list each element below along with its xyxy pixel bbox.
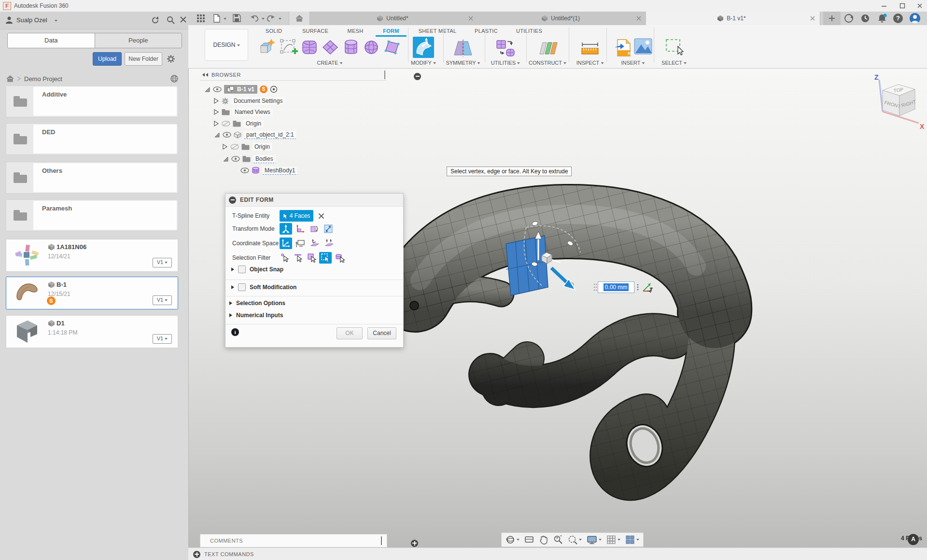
zoom-icon[interactable] xyxy=(553,535,563,545)
design-item-card[interactable]: D1 1:14:18 PM V1 xyxy=(6,315,178,348)
create-form-icon[interactable] xyxy=(258,38,276,57)
file-menu-icon[interactable] xyxy=(213,14,220,23)
grid-snap-tool[interactable] xyxy=(606,535,620,545)
activate-radio-icon[interactable] xyxy=(270,85,278,93)
convert-utility-icon[interactable] xyxy=(495,38,516,59)
design-item-card-selected[interactable]: B-1 12/15/21 S V1 xyxy=(6,277,178,309)
eye-icon[interactable] xyxy=(213,86,222,92)
expander-closed-icon[interactable] xyxy=(222,143,228,150)
construct-plane-icon[interactable] xyxy=(537,38,558,59)
expand-text-commands-icon[interactable] xyxy=(193,551,200,558)
expand-triangle-icon[interactable] xyxy=(229,301,232,305)
ribbon-tab-utilities[interactable]: UTILITIES xyxy=(516,28,542,34)
coordspace-view-button[interactable] xyxy=(294,238,307,249)
collapse-browser-icon[interactable] xyxy=(202,72,209,77)
mirror-symmetry-icon[interactable] xyxy=(452,38,474,59)
filter-edge-button[interactable] xyxy=(292,252,305,264)
orbit-tool[interactable] xyxy=(506,535,520,545)
browser-row[interactable]: Origin xyxy=(222,141,272,152)
ok-button[interactable]: OK xyxy=(337,327,363,339)
coordspace-selection-button[interactable] xyxy=(323,238,336,249)
filter-vertex-button[interactable] xyxy=(279,252,291,264)
filter-all-button[interactable] xyxy=(319,252,332,264)
expander-closed-icon[interactable] xyxy=(213,109,219,115)
clear-selection-icon[interactable] xyxy=(318,213,324,219)
close-window-button[interactable] xyxy=(916,2,923,9)
eye-off-icon[interactable] xyxy=(222,121,230,126)
info-icon[interactable]: i xyxy=(231,328,239,336)
job-status-clock-icon[interactable] xyxy=(860,14,870,23)
dimension-input[interactable]: 0.00 mm xyxy=(598,281,634,293)
group-insert[interactable]: INSERT xyxy=(621,60,645,66)
folder-card[interactable]: Additive xyxy=(6,85,178,117)
browser-row[interactable]: part_object_id_2:1 xyxy=(213,129,296,140)
show-data-panel-icon[interactable] xyxy=(197,14,206,22)
expander-open-icon[interactable] xyxy=(213,131,220,138)
viewcube[interactable]: Z X TOP FRONT RIGHT xyxy=(867,71,927,131)
add-comment-icon[interactable] xyxy=(411,540,418,547)
undo-caret-icon[interactable] xyxy=(262,18,265,20)
breadcrumb-project[interactable]: Demo Project xyxy=(24,75,62,83)
eye-icon[interactable] xyxy=(231,156,240,162)
group-inspect[interactable]: INSPECT xyxy=(576,60,604,66)
zoom-window-tool[interactable] xyxy=(568,535,582,545)
account-menu[interactable]: Sualp Ozel xyxy=(16,16,47,24)
ribbon-tab-mesh[interactable]: MESH xyxy=(348,28,364,34)
redo-caret-icon[interactable] xyxy=(279,18,281,20)
expand-triangle-icon[interactable] xyxy=(231,285,234,289)
browser-header[interactable]: BROWSER xyxy=(200,70,386,81)
globe-icon[interactable] xyxy=(170,74,179,83)
more-options-dots-icon[interactable] xyxy=(634,282,641,292)
design-item-card[interactable]: 1A181N06 12/14/21 V1 xyxy=(6,239,178,272)
data-settings-gear-icon[interactable] xyxy=(166,54,176,64)
selection-options-row[interactable]: Selection Options xyxy=(229,300,285,307)
expand-triangle-icon[interactable] xyxy=(229,313,232,317)
version-dropdown[interactable]: V1 xyxy=(153,295,172,305)
expand-triangle-icon[interactable] xyxy=(231,267,234,271)
root-node-selected[interactable]: B-1 v1 xyxy=(224,85,257,94)
object-snap-row[interactable]: Object Snap xyxy=(231,266,283,273)
group-create[interactable]: CREATE xyxy=(317,60,343,66)
comments-bar[interactable]: COMMENTS xyxy=(200,534,387,547)
folder-card[interactable]: Paramesh xyxy=(6,199,178,231)
measure-inspect-icon[interactable] xyxy=(579,38,601,59)
expander-closed-icon[interactable] xyxy=(213,120,219,127)
home-icon[interactable] xyxy=(6,75,14,83)
close-tab-icon[interactable] xyxy=(636,16,641,21)
viewports-tool[interactable] xyxy=(625,535,639,545)
create-sketch-icon[interactable] xyxy=(280,38,298,57)
cancel-button[interactable]: Cancel xyxy=(367,327,396,339)
browser-row[interactable]: Bodies xyxy=(222,154,276,164)
maximize-button[interactable] xyxy=(899,2,906,9)
manipulator-axis-icon[interactable] xyxy=(641,281,654,293)
coordspace-world-button[interactable] xyxy=(280,238,292,249)
browser-row-root[interactable]: B-1 v1 S xyxy=(204,84,278,95)
dialog-header[interactable]: EDIT FORM xyxy=(225,194,403,207)
ribbon-tab-form[interactable]: FORM xyxy=(383,28,399,34)
tab-people[interactable]: People xyxy=(95,33,182,48)
refresh-icon[interactable] xyxy=(151,15,160,25)
undo-icon[interactable] xyxy=(250,14,259,22)
form-face-icon[interactable] xyxy=(383,38,401,57)
document-tab[interactable]: Untitled*(1) xyxy=(478,12,646,25)
coordspace-local-button[interactable] xyxy=(309,238,321,249)
autodesk-badge[interactable]: A xyxy=(908,534,919,545)
text-commands-bar[interactable]: TEXT COMMANDS xyxy=(188,547,927,560)
avatar[interactable] xyxy=(910,13,920,24)
form-box-icon[interactable] xyxy=(300,38,319,57)
expander-open-icon[interactable] xyxy=(204,86,211,93)
transform-rotate-button[interactable] xyxy=(308,223,320,235)
document-tab[interactable]: Untitled* xyxy=(310,12,478,25)
close-panel-icon[interactable] xyxy=(180,16,187,24)
ribbon-tab-surface[interactable]: SURFACE xyxy=(302,28,328,34)
dialog-options-icon[interactable] xyxy=(229,196,236,204)
selected-faces[interactable] xyxy=(506,236,548,295)
soft-modification-checkbox[interactable] xyxy=(238,283,246,291)
group-modify[interactable]: MODIFY xyxy=(411,60,436,66)
edit-form-active-tool[interactable] xyxy=(413,37,434,58)
filter-face-button[interactable] xyxy=(306,252,318,264)
version-dropdown[interactable]: V1 xyxy=(153,258,172,267)
notifications-bell-icon[interactable] xyxy=(877,13,887,24)
close-tab-icon[interactable] xyxy=(810,16,815,21)
expander-closed-icon[interactable] xyxy=(213,98,219,104)
